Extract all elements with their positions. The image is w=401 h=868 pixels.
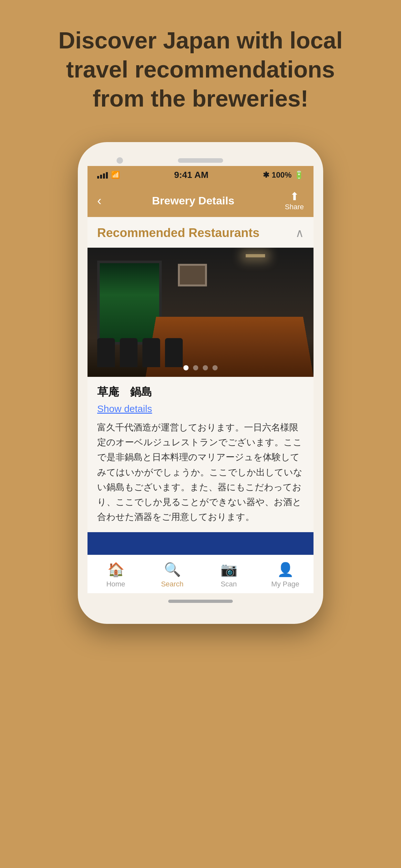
blue-strip [88, 532, 313, 555]
home-icon: 🏠 [107, 562, 124, 578]
ceiling-light [246, 254, 265, 257]
chair-1 [97, 338, 115, 367]
battery-percent: 100% [272, 170, 291, 180]
status-bar: 📶 9:41 AM ✱ 100% 🔋 [88, 166, 313, 184]
signal-bar-2 [100, 175, 102, 179]
hero-title: Discover Japan with local travel recomme… [23, 26, 378, 113]
battery-icon: 🔋 [294, 170, 304, 180]
status-right: ✱ 100% 🔋 [263, 170, 304, 180]
share-button[interactable]: ⬆ Share [285, 190, 304, 211]
tab-bar: 🏠 Home 🔍 Search 📷 Scan 👤 My Page [88, 555, 313, 593]
restaurant-description: 富久千代酒造が運営しております。一日六名様限定のオーベルジュレストランでございま… [97, 420, 304, 524]
share-label: Share [285, 203, 304, 211]
picture-frame [178, 264, 207, 286]
share-icon: ⬆ [290, 190, 299, 203]
phone-notch [88, 158, 313, 163]
navigation-bar: ‹ Brewery Details ⬆ Share [88, 184, 313, 217]
tab-search-label: Search [161, 580, 184, 588]
tab-mypage[interactable]: 👤 My Page [265, 562, 306, 588]
tab-scan[interactable]: 📷 Scan [208, 562, 250, 588]
restaurant-carousel[interactable] [88, 248, 313, 377]
tab-home-label: Home [106, 580, 125, 588]
mypage-icon: 👤 [277, 562, 294, 578]
screen-content: Recommended Restaurants ∧ [88, 217, 313, 593]
tab-search[interactable]: 🔍 Search [151, 562, 193, 588]
tab-home[interactable]: 🏠 Home [95, 562, 137, 588]
phone-camera [117, 157, 123, 164]
signal-bar-1 [97, 176, 99, 179]
bluetooth-icon: ✱ [263, 170, 269, 180]
window [97, 260, 162, 345]
section-title: Recommended Restaurants [97, 226, 259, 240]
status-time: 9:41 AM [174, 170, 208, 180]
nav-title: Brewery Details [152, 194, 235, 207]
wifi-icon: 📶 [111, 171, 120, 179]
restaurant-info: 草庵 鍋島 Show details 富久千代酒造が運営しております。一日六名様… [88, 377, 313, 532]
phone-bottom [88, 593, 313, 614]
tab-mypage-label: My Page [271, 580, 299, 588]
home-indicator [168, 600, 233, 603]
signal-bar-3 [103, 174, 105, 179]
chair-4 [165, 338, 183, 367]
scan-icon: 📷 [220, 562, 237, 578]
phone-frame: 📶 9:41 AM ✱ 100% 🔋 ‹ Brewery Details ⬆ S… [78, 142, 323, 624]
carousel-dots [183, 365, 218, 370]
carousel-dot-2[interactable] [193, 365, 198, 370]
back-button[interactable]: ‹ [97, 193, 101, 208]
signal-bar-4 [106, 172, 108, 179]
chair-2 [120, 338, 137, 367]
search-icon: 🔍 [164, 562, 181, 578]
carousel-dot-1[interactable] [183, 365, 189, 370]
chair-3 [143, 338, 160, 367]
restaurant-name: 草庵 鍋島 [97, 384, 304, 399]
tab-scan-label: Scan [220, 580, 237, 588]
section-header[interactable]: Recommended Restaurants ∧ [88, 217, 313, 248]
chevron-up-icon[interactable]: ∧ [296, 226, 304, 240]
restaurant-image [88, 248, 313, 377]
show-details-link[interactable]: Show details [97, 403, 304, 414]
chairs [97, 338, 183, 367]
carousel-dot-4[interactable] [212, 365, 218, 370]
signal-bars [97, 172, 108, 179]
phone-speaker [178, 158, 223, 163]
carousel-dot-3[interactable] [203, 365, 208, 370]
status-left: 📶 [97, 171, 120, 179]
